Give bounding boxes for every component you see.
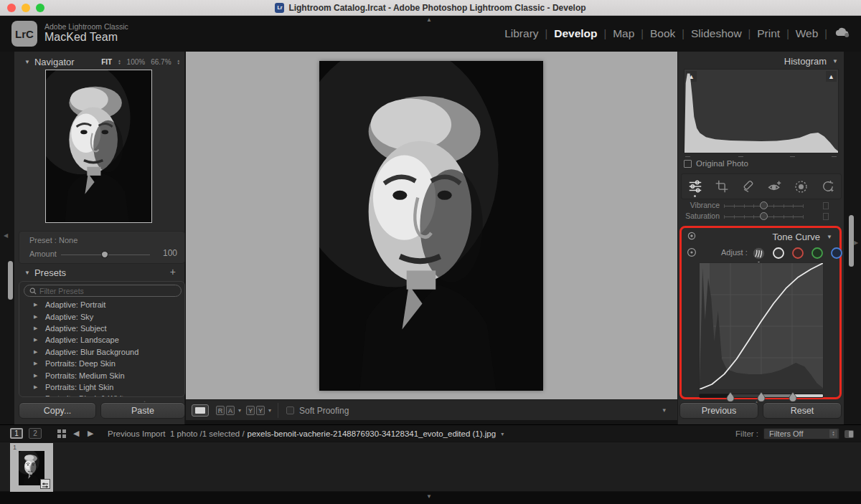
zoom-ratio-stepper-icon[interactable]: ▲▼ bbox=[177, 60, 180, 65]
module-develop[interactable]: Develop bbox=[554, 27, 597, 40]
vibrance-slider-thumb[interactable] bbox=[760, 201, 768, 209]
tone-range-thumb-2[interactable] bbox=[757, 391, 766, 401]
red-channel-button[interactable] bbox=[791, 244, 804, 262]
amount-slider[interactable] bbox=[61, 255, 150, 255]
expand-right-panel-icon[interactable]: ▶ bbox=[854, 239, 858, 246]
next-photo-arrow-icon[interactable]: ▶ bbox=[88, 429, 93, 438]
tone-curve-graph[interactable] bbox=[699, 262, 824, 390]
soft-proofing-checkbox[interactable] bbox=[286, 406, 294, 414]
close-window-button[interactable] bbox=[7, 4, 16, 12]
primary-display-button[interactable]: 1 bbox=[10, 428, 23, 439]
disclosure-right-icon[interactable]: ▶ bbox=[34, 302, 41, 308]
module-slideshow[interactable]: Slideshow bbox=[691, 27, 742, 40]
dropdown-caret-icon[interactable]: ▾ bbox=[238, 407, 241, 414]
minimize-window-button[interactable] bbox=[22, 4, 30, 12]
preset-item-9[interactable]: ▶Portraits: Black & White bbox=[19, 393, 184, 397]
previous-button[interactable]: Previous bbox=[679, 402, 758, 419]
loupe-view-button[interactable] bbox=[192, 404, 209, 417]
selection-caret-icon[interactable]: ▾ bbox=[501, 431, 504, 437]
zoom-fit-option[interactable]: FIT bbox=[101, 58, 112, 66]
original-photo-checkbox[interactable] bbox=[684, 160, 692, 168]
preset-item-7[interactable]: ▶Portraits: Medium Skin bbox=[19, 369, 184, 381]
secondary-display-button[interactable]: 2 bbox=[29, 428, 42, 439]
presets-header[interactable]: ▼ Presets bbox=[24, 267, 66, 278]
toolbar-options-caret-icon[interactable]: ▾ bbox=[662, 406, 666, 414]
point-curve-button[interactable] bbox=[771, 244, 785, 262]
histogram-box[interactable]: ▲ ▲ bbox=[684, 69, 839, 153]
tone-curve-header[interactable]: Tone Curve ▼ bbox=[773, 232, 832, 242]
green-channel-button[interactable] bbox=[810, 244, 824, 262]
before-after-split-button[interactable]: Y Y ▾ bbox=[246, 406, 271, 415]
cloud-sync-icon[interactable] bbox=[834, 27, 851, 41]
zoom-stepper-icon[interactable]: ▲▼ bbox=[118, 60, 121, 65]
panel-switch-icon[interactable] bbox=[687, 232, 696, 240]
blue-channel-button[interactable] bbox=[829, 244, 843, 262]
masking-tool-button[interactable] bbox=[792, 176, 811, 197]
sync-tool-button[interactable] bbox=[819, 176, 837, 197]
disclosure-right-icon[interactable]: ▶ bbox=[34, 325, 41, 331]
edit-sliders-tool-button[interactable] bbox=[686, 176, 705, 197]
zoom-ratio-option[interactable]: 66.7% bbox=[151, 58, 171, 66]
filter-dropdown[interactable]: Filters Off ▲▼ bbox=[763, 428, 839, 439]
bottom-strip: ▼ bbox=[0, 492, 861, 504]
disclosure-right-icon[interactable]: ▶ bbox=[34, 361, 41, 366]
crop-tool-button[interactable] bbox=[712, 176, 731, 197]
left-scrollbar-thumb[interactable] bbox=[8, 261, 13, 300]
preset-item-6[interactable]: ▶Portraits: Deep Skin bbox=[19, 358, 184, 369]
paste-button[interactable]: Paste bbox=[100, 402, 185, 419]
collapse-left-panel-icon[interactable]: ◀ bbox=[4, 232, 8, 239]
disclosure-right-icon[interactable]: ▶ bbox=[34, 396, 41, 397]
amount-slider-thumb[interactable] bbox=[101, 251, 108, 258]
tone-range-thumb-1[interactable] bbox=[726, 391, 735, 401]
saturation-slider-thumb[interactable] bbox=[760, 212, 768, 220]
targeted-adjustment-icon[interactable] bbox=[687, 247, 697, 257]
zoom-100-option[interactable]: 100% bbox=[127, 58, 146, 66]
disclosure-right-icon[interactable]: ▶ bbox=[34, 349, 41, 355]
module-map[interactable]: Map bbox=[613, 27, 634, 40]
filmstrip-selection[interactable]: 1 photo /1 selected / pexels-benoit-vach… bbox=[170, 429, 504, 438]
disclosure-right-icon[interactable]: ▶ bbox=[34, 337, 41, 343]
preset-item-1[interactable]: ▶Adaptive: Portrait bbox=[19, 299, 184, 310]
maximize-window-button[interactable] bbox=[36, 4, 44, 12]
preset-item-4[interactable]: ▶Adaptive: Landscape bbox=[19, 334, 184, 346]
preset-item-8[interactable]: ▶Portraits: Light Skin bbox=[19, 381, 184, 393]
preset-filter-input[interactable] bbox=[37, 287, 181, 295]
filter-toggle-switch[interactable] bbox=[844, 430, 854, 438]
before-after-lr-button[interactable]: R A ▾ bbox=[216, 406, 241, 415]
previous-photo-arrow-icon[interactable]: ◀ bbox=[73, 429, 79, 438]
disclosure-right-icon[interactable]: ▶ bbox=[34, 384, 41, 390]
preset-search[interactable] bbox=[24, 285, 182, 297]
parametric-curve-button[interactable] bbox=[752, 244, 766, 262]
collapse-filmstrip-icon[interactable]: ▼ bbox=[426, 493, 432, 500]
vibrance-value-box[interactable] bbox=[823, 202, 829, 209]
grid-view-icon[interactable] bbox=[57, 429, 66, 438]
disclosure-right-icon[interactable]: ▶ bbox=[34, 373, 41, 379]
preset-item-3[interactable]: ▶Adaptive: Subject bbox=[19, 323, 184, 334]
collapse-top-panel-icon[interactable]: ▲ bbox=[426, 16, 432, 23]
main-photo[interactable] bbox=[319, 61, 543, 391]
disclosure-right-icon[interactable]: ▶ bbox=[34, 314, 41, 320]
preset-item-5[interactable]: ▶Adaptive: Blur Background bbox=[19, 346, 184, 358]
preset-item-2[interactable]: ▶Adaptive: Sky bbox=[19, 310, 184, 322]
add-preset-button[interactable]: + bbox=[170, 266, 176, 277]
healing-tool-button[interactable] bbox=[739, 176, 758, 197]
module-book[interactable]: Book bbox=[650, 27, 675, 40]
navigator-preview[interactable] bbox=[45, 70, 152, 223]
module-print[interactable]: Print bbox=[757, 27, 780, 40]
red-eye-tool-button[interactable] bbox=[766, 176, 784, 197]
filter-stepper-icon[interactable]: ▲▼ bbox=[829, 429, 837, 438]
histogram-header[interactable]: Histogram ▼ bbox=[784, 56, 838, 67]
amount-label: Amount bbox=[29, 249, 57, 258]
navigator-header[interactable]: ▼ Navigator bbox=[24, 57, 75, 67]
filmstrip-selected-cell[interactable]: 1 bbox=[10, 443, 53, 492]
edited-badge-icon[interactable] bbox=[40, 479, 50, 489]
filmstrip-source[interactable]: Previous Import bbox=[108, 429, 166, 438]
tone-range-thumb-3[interactable] bbox=[789, 391, 797, 401]
copy-button[interactable]: Copy... bbox=[19, 402, 96, 419]
module-library[interactable]: Library bbox=[504, 27, 538, 40]
module-web[interactable]: Web bbox=[796, 27, 819, 40]
reset-button[interactable]: Reset bbox=[763, 402, 842, 419]
saturation-value-box[interactable] bbox=[823, 213, 829, 220]
dropdown-caret-icon[interactable]: ▾ bbox=[268, 407, 271, 414]
right-scrollbar-thumb[interactable] bbox=[849, 215, 854, 267]
